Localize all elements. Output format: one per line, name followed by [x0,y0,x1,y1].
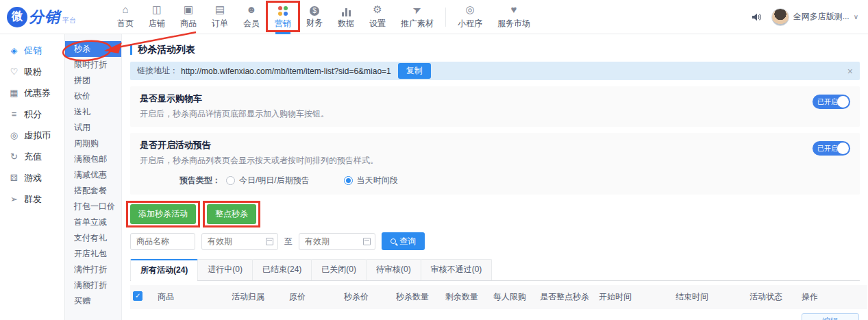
main-content: 秒杀活动列表 链接地址： http://mob.wifenxiao.com/mb… [122,34,868,320]
product-name-input[interactable] [130,233,195,250]
submenu-item-pay-gift[interactable]: 支付有礼 [65,230,121,246]
tab-rejected[interactable]: 审核不通过(0) [421,259,493,280]
nav-goods[interactable]: ▣ 商品 [173,0,204,34]
submenu-item-bundle-price[interactable]: 打包一口价 [65,199,121,214]
setting-card-preview: 是否开启活动预告 开启后，秒杀商品列表页会显示按天或者按时间排列的预告样式。 已… [130,133,860,195]
submenu-item-combo[interactable]: 搭配套餐 [65,183,121,199]
logo-icon: 微 [7,7,27,27]
edit-button[interactable]: 编辑 [802,313,859,320]
cell-ownership: 总部 [229,309,286,320]
close-icon[interactable]: × [847,66,853,77]
date-end-wrap [299,233,375,250]
submenu-item-shop-gift[interactable]: 开店礼包 [65,246,121,262]
nav-miniprogram[interactable]: ◎ 小程序 [450,0,490,34]
promotion-icon: ◈ [9,45,19,56]
goods-icon: ▣ [184,4,193,16]
radio-option-time-period[interactable]: 当天时间段 [344,175,398,186]
submenu-item-free-shipping[interactable]: 满额包邮 [65,151,121,167]
share-arrow-icon: ➤ [410,3,423,18]
sidebar-item-recharge[interactable]: ↻ 充值 [0,146,64,167]
home-icon: ⌂ [122,4,128,16]
sidebar-item-fans[interactable]: ♡ 吸粉 [0,61,64,82]
cell-remaining-qty: 6 [443,309,491,320]
tab-running[interactable]: 进行中(0) [197,259,253,280]
page: 微 分销 平台 ⌂ 首页 ◫ 店铺 ▣ 商品 ▤ 订单 ☻ 会员 [0,0,868,320]
setting-card-cart: 是否显示购物车 开启后，秒杀商品详情页底部显示加入购物车按钮。 已开启 [130,86,860,127]
cell-end-time: 2020-12-19 18:17 [673,309,747,320]
finance-icon: $ [310,6,319,16]
fans-icon: ♡ [9,66,19,77]
cell-status: 已结束 [747,309,799,320]
link-url: http://mob.wifenxiao.com/mb/item/item-li… [181,66,391,76]
submenu-item-group-buy[interactable]: 拼团 [65,73,121,88]
submenu-item-amount-discount[interactable]: 满额打折 [65,278,121,293]
link-banner: 链接地址： http://mob.wifenxiao.com/mb/item/i… [130,62,860,80]
topbar-right: 全网多店版测... ∨ [751,8,858,26]
sidebar: ◈ 促销 ♡ 吸粉 ▦ 优惠券 ≡ 积分 ◎ 虚拟币 ↻ 充值 [0,34,65,320]
tab-all[interactable]: 所有活动(24) [130,259,198,280]
submenu-item-limited-discount[interactable]: 限时打折 [65,57,121,73]
tab-ended[interactable]: 已结束(24) [252,259,312,280]
sidebar-item-virtual-coin[interactable]: ◎ 虚拟币 [0,125,64,146]
tab-closed[interactable]: 已关闭(0) [311,259,367,280]
search-button[interactable]: 查询 [382,232,425,250]
nav-shop[interactable]: ◫ 店铺 [141,0,173,34]
account-menu[interactable]: 全网多店版测... ∨ [771,8,858,26]
submenu-item-qty-discount[interactable]: 满件打折 [65,262,121,278]
cell-seckill-qty: 7 [393,309,443,320]
cell-original-price: 73710.00 [286,309,341,320]
nav-members[interactable]: ☻ 会员 [236,0,267,34]
nav-data[interactable]: 数据 [330,0,362,34]
logo-name: 分销 [29,7,60,27]
submenu-item-buy-gift[interactable]: 买赠 [65,293,121,309]
radio-checked-icon [344,176,353,185]
nav-home[interactable]: ⌂ 首页 [110,0,141,34]
submenu-item-gift[interactable]: 送礼 [65,104,121,120]
cell-is-hourly: 否 [537,309,596,320]
hourly-seckill-button[interactable]: 整点秒杀 [207,204,256,224]
copy-link-button[interactable]: 复制 [398,63,431,79]
toggle-knob [837,96,849,108]
sidebar-item-points[interactable]: ≡ 积分 [0,103,64,125]
nav-settings[interactable]: ⚙ 设置 [362,0,393,34]
nav-finance[interactable]: $ 财务 [299,0,330,34]
sidebar-item-coupon[interactable]: ▦ 优惠券 [0,82,64,103]
submenu-item-full-reduction[interactable]: 满减优惠 [65,167,121,183]
nav-marketing[interactable]: 营销 [267,0,299,34]
select-all-checkbox[interactable] [133,291,142,301]
preview-toggle[interactable]: 已开启 [813,141,850,156]
sidebar-item-broadcast[interactable]: ➢ 群发 [0,188,64,210]
tab-pending[interactable]: 待审核(0) [366,259,421,280]
service-market-icon: ♥ [511,4,517,16]
sidebar-item-games[interactable]: ⚄ 游戏 [0,167,64,188]
volume-icon[interactable] [751,12,762,23]
calendar-icon[interactable] [266,238,273,245]
nav-orders[interactable]: ▤ 订单 [204,0,236,34]
setting-desc: 开启后，秒杀商品详情页底部显示加入购物车按钮。 [140,108,850,120]
add-seckill-button[interactable]: 添加秒杀活动 [130,204,196,224]
account-name: 全网多店版测... [793,11,850,23]
calendar-icon[interactable] [363,238,371,245]
status-tabs: 所有活动(24) 进行中(0) 已结束(24) 已关闭(0) 待审核(0) 审核… [130,259,860,281]
points-icon: ≡ [9,109,19,119]
sidebar-item-promotion[interactable]: ◈ 促销 [0,40,64,61]
submenu-item-seckill[interactable]: 秒杀 [65,41,121,57]
nav-divider [445,8,446,27]
nav-service-market[interactable]: ♥ 服务市场 [490,0,538,34]
radio-unchecked-icon [226,176,235,185]
submenu-item-bargain[interactable]: 砍价 [65,88,121,104]
app-logo: 微 分销 平台 [7,7,110,27]
cart-toggle[interactable]: 已开启 [813,95,850,109]
submenu-item-first-order[interactable]: 首单立减 [65,214,121,230]
submenu-item-trial[interactable]: 试用 [65,120,121,136]
action-row: 添加秒杀活动 整点秒杀 [130,204,860,224]
miniprogram-icon: ◎ [465,4,474,16]
send-icon: ➢ [9,194,19,204]
avatar [771,8,789,26]
radio-option-days[interactable]: 今日/明日/后期预告 [226,175,310,186]
cell-seckill-price: 50.00 [341,309,393,320]
submenu-item-subscription[interactable]: 周期购 [65,136,121,151]
orders-icon: ▤ [215,4,225,16]
nav-promo-material[interactable]: ➤ 推广素材 [393,0,441,34]
table-row: 县级合伙人 总部 73710.00 50.00 7 6 6 否 2020-12-… [130,309,867,320]
